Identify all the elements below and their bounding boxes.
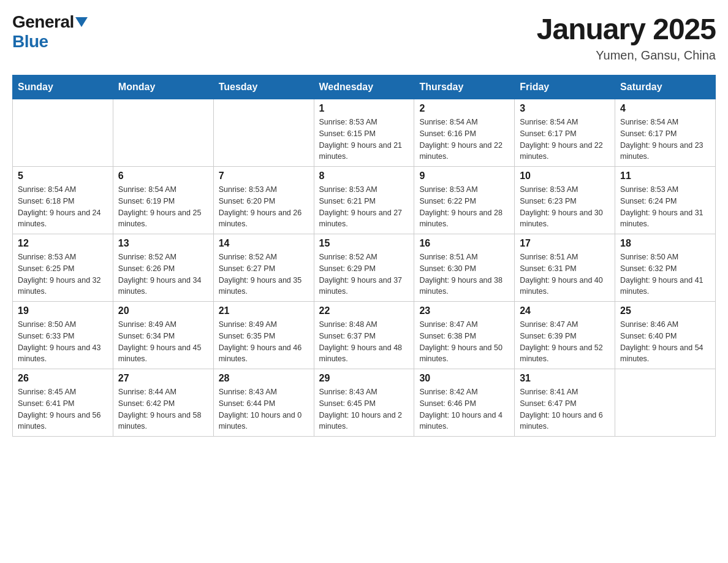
- day-info: Sunrise: 8:51 AMSunset: 6:30 PMDaylight:…: [419, 251, 509, 297]
- day-number: 25: [620, 305, 710, 316]
- table-row: [615, 369, 716, 437]
- table-row: 26Sunrise: 8:45 AMSunset: 6:41 PMDayligh…: [13, 369, 113, 437]
- table-row: 4Sunrise: 8:54 AMSunset: 6:17 PMDaylight…: [615, 99, 716, 167]
- table-row: 11Sunrise: 8:53 AMSunset: 6:24 PMDayligh…: [615, 167, 716, 234]
- day-info: Sunrise: 8:50 AMSunset: 6:32 PMDaylight:…: [620, 251, 710, 297]
- day-info: Sunrise: 8:52 AMSunset: 6:27 PMDaylight:…: [219, 251, 309, 297]
- calendar-week-row: 12Sunrise: 8:53 AMSunset: 6:25 PMDayligh…: [13, 234, 716, 302]
- page-header: General Blue January 2025 Yumen, Gansu, …: [12, 12, 716, 63]
- day-number: 5: [18, 170, 108, 182]
- day-number: 22: [319, 305, 409, 316]
- day-info: Sunrise: 8:45 AMSunset: 6:41 PMDaylight:…: [18, 386, 108, 432]
- day-number: 20: [118, 305, 208, 316]
- table-row: 31Sunrise: 8:41 AMSunset: 6:47 PMDayligh…: [515, 369, 615, 437]
- table-row: 6Sunrise: 8:54 AMSunset: 6:19 PMDaylight…: [113, 167, 213, 234]
- table-row: 12Sunrise: 8:53 AMSunset: 6:25 PMDayligh…: [13, 234, 113, 302]
- day-number: 24: [520, 305, 610, 316]
- table-row: [113, 99, 213, 167]
- day-number: 27: [118, 373, 208, 384]
- header-monday: Monday: [113, 75, 213, 99]
- day-info: Sunrise: 8:54 AMSunset: 6:16 PMDaylight:…: [419, 117, 509, 163]
- day-number: 12: [18, 238, 108, 249]
- day-info: Sunrise: 8:47 AMSunset: 6:38 PMDaylight:…: [419, 319, 509, 365]
- day-info: Sunrise: 8:49 AMSunset: 6:35 PMDaylight:…: [219, 319, 309, 365]
- day-number: 7: [219, 170, 309, 182]
- day-number: 17: [520, 238, 610, 249]
- calendar-week-row: 26Sunrise: 8:45 AMSunset: 6:41 PMDayligh…: [13, 369, 716, 437]
- day-number: 30: [419, 373, 509, 384]
- day-info: Sunrise: 8:49 AMSunset: 6:34 PMDaylight:…: [118, 319, 208, 365]
- table-row: 18Sunrise: 8:50 AMSunset: 6:32 PMDayligh…: [615, 234, 716, 302]
- day-info: Sunrise: 8:54 AMSunset: 6:17 PMDaylight:…: [620, 117, 710, 163]
- table-row: 22Sunrise: 8:48 AMSunset: 6:37 PMDayligh…: [314, 302, 414, 369]
- calendar-week-row: 5Sunrise: 8:54 AMSunset: 6:18 PMDaylight…: [13, 167, 716, 234]
- day-number: 31: [520, 373, 610, 384]
- day-info: Sunrise: 8:51 AMSunset: 6:31 PMDaylight:…: [520, 251, 610, 297]
- table-row: 21Sunrise: 8:49 AMSunset: 6:35 PMDayligh…: [213, 302, 314, 369]
- logo-blue-text: Blue: [12, 32, 48, 52]
- day-info: Sunrise: 8:53 AMSunset: 6:21 PMDaylight:…: [319, 184, 409, 230]
- calendar-title: January 2025: [537, 12, 716, 46]
- day-info: Sunrise: 8:54 AMSunset: 6:19 PMDaylight:…: [118, 184, 208, 230]
- header-sunday: Sunday: [13, 75, 113, 99]
- day-number: 3: [520, 103, 610, 114]
- header-thursday: Thursday: [414, 75, 515, 99]
- day-info: Sunrise: 8:54 AMSunset: 6:17 PMDaylight:…: [520, 117, 610, 163]
- logo-triangle-icon: [75, 17, 88, 27]
- header-friday: Friday: [515, 75, 615, 99]
- table-row: [13, 99, 113, 167]
- day-number: 10: [520, 170, 610, 182]
- table-row: 17Sunrise: 8:51 AMSunset: 6:31 PMDayligh…: [515, 234, 615, 302]
- day-info: Sunrise: 8:53 AMSunset: 6:22 PMDaylight:…: [419, 184, 509, 230]
- day-number: 16: [419, 238, 509, 249]
- day-info: Sunrise: 8:43 AMSunset: 6:45 PMDaylight:…: [319, 386, 409, 432]
- day-info: Sunrise: 8:42 AMSunset: 6:46 PMDaylight:…: [419, 386, 509, 432]
- table-row: 3Sunrise: 8:54 AMSunset: 6:17 PMDaylight…: [515, 99, 615, 167]
- day-number: 23: [419, 305, 509, 316]
- table-row: 27Sunrise: 8:44 AMSunset: 6:42 PMDayligh…: [113, 369, 213, 437]
- table-row: 13Sunrise: 8:52 AMSunset: 6:26 PMDayligh…: [113, 234, 213, 302]
- day-number: 4: [620, 103, 710, 114]
- day-number: 15: [319, 238, 409, 249]
- header-saturday: Saturday: [615, 75, 716, 99]
- logo-general-text: General: [12, 12, 74, 32]
- day-number: 14: [219, 238, 309, 249]
- day-info: Sunrise: 8:46 AMSunset: 6:40 PMDaylight:…: [620, 319, 710, 365]
- table-row: 14Sunrise: 8:52 AMSunset: 6:27 PMDayligh…: [213, 234, 314, 302]
- header-wednesday: Wednesday: [314, 75, 414, 99]
- day-number: 28: [219, 373, 309, 384]
- day-info: Sunrise: 8:53 AMSunset: 6:24 PMDaylight:…: [620, 184, 710, 230]
- title-block: January 2025 Yumen, Gansu, China: [537, 12, 716, 63]
- day-info: Sunrise: 8:53 AMSunset: 6:23 PMDaylight:…: [520, 184, 610, 230]
- calendar-subtitle: Yumen, Gansu, China: [537, 48, 716, 63]
- day-number: 18: [620, 238, 710, 249]
- table-row: 28Sunrise: 8:43 AMSunset: 6:44 PMDayligh…: [213, 369, 314, 437]
- table-row: 24Sunrise: 8:47 AMSunset: 6:39 PMDayligh…: [515, 302, 615, 369]
- table-row: 25Sunrise: 8:46 AMSunset: 6:40 PMDayligh…: [615, 302, 716, 369]
- table-row: 23Sunrise: 8:47 AMSunset: 6:38 PMDayligh…: [414, 302, 515, 369]
- day-number: 8: [319, 170, 409, 182]
- day-number: 1: [319, 103, 409, 114]
- table-row: 20Sunrise: 8:49 AMSunset: 6:34 PMDayligh…: [113, 302, 213, 369]
- day-info: Sunrise: 8:43 AMSunset: 6:44 PMDaylight:…: [219, 386, 309, 432]
- day-info: Sunrise: 8:50 AMSunset: 6:33 PMDaylight:…: [18, 319, 108, 365]
- day-info: Sunrise: 8:44 AMSunset: 6:42 PMDaylight:…: [118, 386, 208, 432]
- table-row: 8Sunrise: 8:53 AMSunset: 6:21 PMDaylight…: [314, 167, 414, 234]
- day-info: Sunrise: 8:53 AMSunset: 6:15 PMDaylight:…: [319, 117, 409, 163]
- table-row: 16Sunrise: 8:51 AMSunset: 6:30 PMDayligh…: [414, 234, 515, 302]
- table-row: 30Sunrise: 8:42 AMSunset: 6:46 PMDayligh…: [414, 369, 515, 437]
- calendar-table: Sunday Monday Tuesday Wednesday Thursday…: [12, 75, 716, 437]
- day-number: 13: [118, 238, 208, 249]
- day-number: 9: [419, 170, 509, 182]
- day-info: Sunrise: 8:52 AMSunset: 6:26 PMDaylight:…: [118, 251, 208, 297]
- day-number: 29: [319, 373, 409, 384]
- day-number: 19: [18, 305, 108, 316]
- day-number: 11: [620, 170, 710, 182]
- day-number: 26: [18, 373, 108, 384]
- day-info: Sunrise: 8:47 AMSunset: 6:39 PMDaylight:…: [520, 319, 610, 365]
- table-row: 2Sunrise: 8:54 AMSunset: 6:16 PMDaylight…: [414, 99, 515, 167]
- day-number: 21: [219, 305, 309, 316]
- day-info: Sunrise: 8:48 AMSunset: 6:37 PMDaylight:…: [319, 319, 409, 365]
- logo: General Blue: [12, 12, 88, 52]
- day-number: 2: [419, 103, 509, 114]
